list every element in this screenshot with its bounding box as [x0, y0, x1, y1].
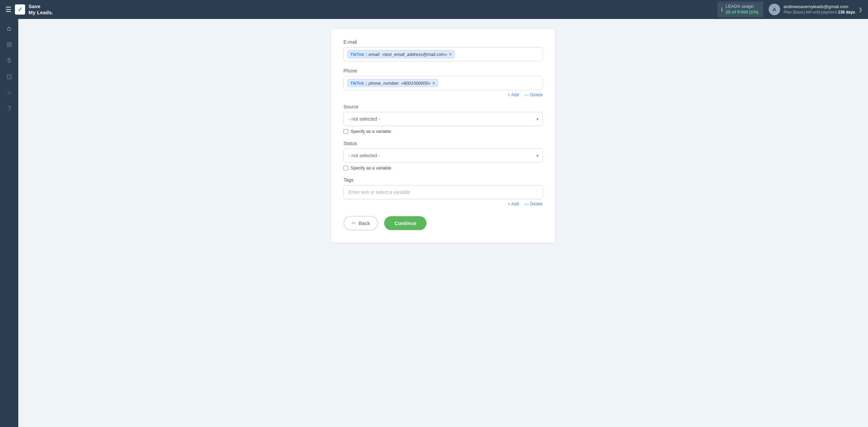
email-tag-remove[interactable]: × — [449, 52, 452, 57]
back-label: Back — [359, 220, 370, 226]
tags-field-group: Tags + Add — Delete — [343, 177, 543, 206]
phone-tag-chip: TikTok | phone_number: «8001000000» × — [347, 79, 438, 87]
continue-button[interactable]: Continue — [384, 216, 427, 230]
status-variable-label[interactable]: Specify as a variable — [351, 165, 391, 170]
main-layout: ⌂ ⊞ $ ⊡ ○ ? E-mail TikTok | email: «test… — [0, 19, 868, 427]
phone-tag-field: phone_number: — [369, 81, 399, 86]
topnav: ☰ ✓ Save My Leads. ℹ LEADS usage: 25 of … — [0, 0, 868, 19]
form-card: E-mail TikTok | email: «test_email_addre… — [331, 29, 555, 243]
sidebar: ⌂ ⊞ $ ⊡ ○ ? — [0, 19, 18, 427]
brand-area: ☰ ✓ Save My Leads. — [5, 3, 53, 16]
source-variable-label[interactable]: Specify as a variable — [351, 129, 391, 134]
source-field-group: Source - not selected - ▾ Specify as a v… — [343, 104, 543, 134]
user-plan: Plan |Basic| left until payment 136 days — [784, 10, 855, 15]
briefcase-icon[interactable]: ⊡ — [6, 73, 12, 81]
status-variable-checkbox[interactable] — [343, 166, 348, 170]
user-area[interactable]: A andrewsavemyleads@gmail.com Plan |Basi… — [769, 4, 863, 15]
btn-row: ✏ Back Continue — [343, 216, 543, 230]
user-chevron-icon: ❯ — [859, 7, 863, 12]
home-icon[interactable]: ⌂ — [7, 24, 11, 32]
brand-name: Save My Leads. — [28, 3, 53, 16]
source-select[interactable]: - not selected - — [343, 112, 543, 126]
back-button[interactable]: ✏ Back — [343, 216, 378, 230]
email-tag-input[interactable]: TikTok | email: «test_email_address@mail… — [343, 47, 543, 61]
status-label: Status — [343, 141, 543, 146]
content-area: E-mail TikTok | email: «test_email_addre… — [18, 19, 868, 427]
logo-box: ✓ — [15, 4, 25, 15]
status-select-wrapper: - not selected - ▾ — [343, 148, 543, 163]
status-variable-row: Specify as a variable — [343, 165, 543, 170]
avatar: A — [769, 4, 780, 15]
leads-usage-text: LEADS usage: 25 of 5'000 (1%) — [726, 4, 758, 15]
phone-label: Phone — [343, 68, 543, 74]
hamburger-icon[interactable]: ☰ — [5, 5, 12, 14]
user-email: andrewsavemyleads@gmail.com — [784, 4, 855, 10]
phone-tag-remove[interactable]: × — [432, 80, 435, 86]
tags-label: Tags — [343, 177, 543, 183]
tags-add-delete-row: + Add — Delete — [343, 201, 543, 206]
phone-tag-value: «8001000000» — [401, 81, 431, 86]
source-variable-row: Specify as a variable — [343, 129, 543, 134]
email-tag-field: email: — [369, 52, 380, 57]
leads-usage-count: 25 of 5'000 (1%) — [726, 9, 758, 15]
tags-add-link[interactable]: + Add — [508, 201, 519, 206]
status-select[interactable]: - not selected - — [343, 148, 543, 163]
email-field-group: E-mail TikTok | email: «test_email_addre… — [343, 39, 543, 61]
phone-add-link[interactable]: + Add — [508, 92, 519, 97]
source-select-wrapper: - not selected - ▾ — [343, 112, 543, 126]
help-icon[interactable]: ? — [7, 105, 11, 113]
email-tag-chip: TikTok | email: «test_email_address@mail… — [347, 50, 455, 58]
tags-delete-link[interactable]: — Delete — [525, 201, 543, 206]
email-tag-value: «test_email_address@mail.com» — [382, 52, 447, 57]
email-label: E-mail — [343, 39, 543, 45]
logo-check-icon: ✓ — [18, 6, 23, 13]
phone-tag-source: TikTok — [350, 81, 364, 86]
dollar-icon[interactable]: $ — [7, 57, 11, 64]
back-icon: ✏ — [352, 220, 356, 226]
phone-field-group: Phone TikTok | phone_number: «8001000000… — [343, 68, 543, 97]
topnav-right: ℹ LEADS usage: 25 of 5'000 (1%) A andrew… — [717, 2, 863, 17]
user-icon[interactable]: ○ — [7, 89, 11, 97]
email-tag-source: TikTok — [350, 52, 364, 57]
phone-tag-input[interactable]: TikTok | phone_number: «8001000000» × — [343, 76, 543, 90]
leads-usage-box: ℹ LEADS usage: 25 of 5'000 (1%) — [717, 2, 763, 17]
diagram-icon[interactable]: ⊞ — [6, 40, 12, 48]
source-variable-checkbox[interactable] — [343, 129, 348, 134]
phone-delete-link[interactable]: — Delete — [525, 92, 543, 97]
status-field-group: Status - not selected - ▾ Specify as a v… — [343, 141, 543, 170]
phone-tag-sep: | — [366, 81, 367, 86]
user-info: andrewsavemyleads@gmail.com Plan |Basic|… — [784, 4, 855, 15]
info-icon: ℹ — [721, 6, 723, 13]
tags-input[interactable] — [343, 185, 543, 199]
phone-add-delete-row: + Add — Delete — [343, 92, 543, 97]
email-tag-sep: | — [366, 52, 367, 57]
source-label: Source — [343, 104, 543, 109]
